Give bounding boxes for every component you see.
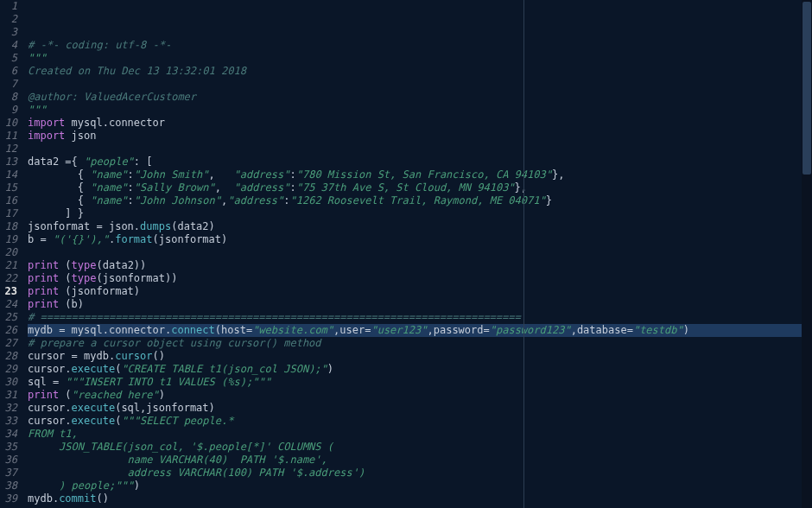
token-builtin: print <box>28 272 59 284</box>
code-line[interactable]: { "name":"John Johnson","address":"1262 … <box>28 194 812 207</box>
code-line[interactable]: address VARCHAR(100) PATH '$.address') <box>28 467 812 479</box>
token-punct: () <box>96 492 108 505</box>
scrollbar-thumb[interactable] <box>802 2 811 175</box>
token-ident: user <box>339 324 365 336</box>
token-punct: ) <box>683 324 689 336</box>
code-line[interactable]: ) people;""") <box>28 479 812 492</box>
line-number: 39 <box>0 492 17 505</box>
token-func: format <box>115 233 152 245</box>
line-number: 33 <box>0 415 17 428</box>
code-line[interactable]: print (type(jsonformat)) <box>28 272 812 285</box>
code-line[interactable]: JSON_TABLE(json_col, '$.people[*]' COLUM… <box>28 441 812 454</box>
code-line[interactable]: data2 ={ "people": [ <box>28 156 812 168</box>
token-punct: : <box>128 194 134 206</box>
code-line[interactable]: { "name":"Sally Brown", "address":"75 37… <box>28 181 812 194</box>
code-line[interactable]: # prepare a cursor object using cursor()… <box>28 337 812 350</box>
code-line[interactable]: cursor = mydb.cursor() <box>28 350 812 363</box>
line-number: 1 <box>0 0 17 13</box>
line-number: 20 <box>0 246 17 259</box>
token-str: "CREATE TABLE t1(json_col JSON);" <box>121 363 327 375</box>
line-number: 7 <box>0 78 17 91</box>
token-ident: jsonformat <box>28 220 96 232</box>
line-number: 31 <box>0 389 17 402</box>
line-number: 27 <box>0 337 17 350</box>
code-line[interactable]: import mysql.connector <box>28 117 812 130</box>
token-str: "Sally Brown" <box>134 181 215 194</box>
token-ident: mydb. <box>78 350 115 362</box>
line-number: 8 <box>0 91 17 104</box>
token-str: ) people;""" <box>28 479 134 492</box>
token-punct: ) <box>159 389 165 401</box>
token-comment: # ======================================… <box>28 311 521 323</box>
code-line[interactable] <box>28 246 812 259</box>
line-number: 13 <box>0 156 17 168</box>
token-str: JSON_TABLE(json_col, '$.people[*]' COLUM… <box>28 441 333 453</box>
code-line[interactable]: @author: ValuedAcerCustomer <box>28 91 812 104</box>
line-number: 17 <box>0 207 17 220</box>
code-line[interactable]: # -*- coding: utf-8 -*- <box>28 39 812 52</box>
token-func: execute <box>72 363 116 375</box>
code-editor[interactable]: 1234567891011121314151617181920212223242… <box>0 0 812 508</box>
code-line[interactable]: Created on Thu Dec 13 13:32:01 2018 <box>28 65 812 78</box>
line-number: 23 <box>0 285 17 298</box>
token-ident: host <box>221 324 246 336</box>
token-ident: jsonformat <box>159 233 221 245</box>
line-number: 35 <box>0 441 17 454</box>
code-line[interactable]: ] } <box>28 207 812 220</box>
code-line[interactable]: { "name":"John Smith", "address":"780 Mi… <box>28 168 812 181</box>
token-op: = <box>65 156 71 168</box>
code-line[interactable]: cursor.execute("""SELECT people.* <box>28 415 812 428</box>
code-line[interactable]: """ <box>28 104 812 117</box>
code-line[interactable]: """ <box>28 52 812 65</box>
token-punct: )) <box>134 259 146 271</box>
code-line[interactable]: b = "('{}'),".format(jsonformat) <box>28 233 812 246</box>
code-line[interactable]: cursor.execute(sql,jsonformat) <box>28 402 812 415</box>
token-str: "75 37th Ave S, St Cloud, MN 94103" <box>296 181 515 194</box>
token-str: """ <box>28 104 47 116</box>
code-line[interactable]: import json <box>28 130 812 143</box>
token-ident <box>28 194 78 206</box>
code-line[interactable]: print (jsonformat) <box>28 285 812 298</box>
vertical-scrollbar[interactable] <box>802 0 812 508</box>
token-builtin: print <box>28 285 59 297</box>
code-line[interactable]: print (type(data2)) <box>28 259 812 272</box>
code-line[interactable]: jsonformat = json.dumps(data2) <box>28 220 812 233</box>
code-line[interactable] <box>28 143 812 156</box>
token-func: cursor <box>115 350 152 362</box>
code-line[interactable]: name VARCHAR(40) PATH '$.name', <box>28 454 812 467</box>
line-number: 12 <box>0 143 17 156</box>
line-number: 36 <box>0 454 17 467</box>
token-punct: }, <box>552 168 564 181</box>
line-number: 19 <box>0 233 17 246</box>
token-str: "1262 Roosevelt Trail, Raymond, ME 04071… <box>290 194 546 206</box>
token-comment: # -*- coding: utf-8 -*- <box>28 39 171 51</box>
token-punct: , <box>571 324 577 336</box>
token-func: execute <box>72 415 116 427</box>
token-op: = <box>627 324 633 336</box>
token-punct: ( <box>65 389 71 401</box>
token-str: "user123" <box>371 324 427 336</box>
code-line[interactable]: print (b) <box>28 298 812 311</box>
token-str: "('{}')," <box>53 233 109 245</box>
line-number: 11 <box>0 130 17 143</box>
code-line[interactable]: mydb = mysql.connector.connect(host="web… <box>28 324 812 337</box>
token-punct: ] } <box>65 207 84 219</box>
code-line[interactable]: FROM t1, <box>28 428 812 441</box>
line-number: 38 <box>0 479 17 492</box>
token-punct: : <box>128 181 134 194</box>
token-ident <box>28 168 78 181</box>
code-line[interactable] <box>28 78 812 91</box>
line-number: 14 <box>0 168 17 181</box>
code-area[interactable]: # -*- coding: utf-8 -*-"""Created on Thu… <box>22 0 812 508</box>
token-ident: json. <box>103 220 140 232</box>
code-line[interactable]: mydb.commit() <box>28 492 812 505</box>
token-ident: data2 <box>28 156 65 168</box>
code-line[interactable]: cursor.execute("CREATE TABLE t1(json_col… <box>28 363 812 376</box>
code-line[interactable]: sql = """INSERT INTO t1 VALUES (%s);""" <box>28 376 812 389</box>
ruler-guide <box>523 0 524 508</box>
token-punct: { <box>78 181 90 194</box>
code-line[interactable]: print ("reached here") <box>28 389 812 402</box>
token-ident: jsonformat <box>72 285 134 297</box>
code-line[interactable]: # ======================================… <box>28 311 812 324</box>
token-ident: cursor <box>28 350 72 362</box>
